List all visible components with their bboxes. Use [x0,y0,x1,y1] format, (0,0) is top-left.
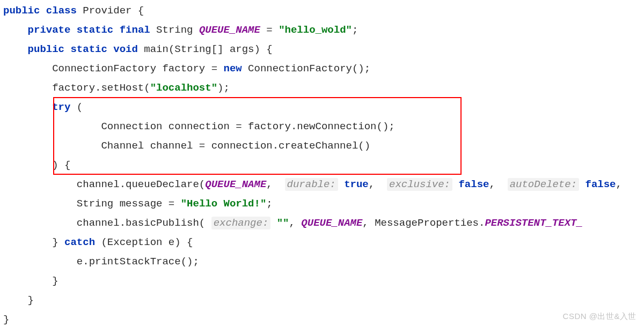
keyword: public [28,43,64,55]
code-line-5: factory.setHost("localhost"); [3,82,230,94]
code-line-16: } [3,294,34,306]
code-editor-view: public class Provider { private static f… [0,0,644,326]
code-line-9: ) { [3,159,70,171]
code-line-1: public class Provider { [3,5,144,17]
keyword: void [113,43,138,55]
code-line-17: } [3,314,9,325]
param-hint-exchange: exchange: [211,217,271,229]
keyword: true [344,179,369,190]
code-line-14: e.printStackTrace(); [3,256,199,268]
keyword: new [223,63,241,75]
keyword: try [52,101,70,113]
keyword: false [585,179,616,190]
code-line-10: channel.queueDeclare(QUEUE_NAME, durable… [3,178,622,191]
param-hint-autodelete: autoDelete: [508,178,579,191]
keyword: class [46,5,77,17]
string-literal: "" [277,217,289,229]
param-hint-durable: durable: [285,178,338,191]
code-line-8: Channel channel = connection.createChann… [3,140,370,152]
keyword: final [120,24,150,36]
code-line-3: public static void main(String[] args) { [3,43,273,55]
code-line-4: ConnectionFactory factory = new Connecti… [3,63,370,75]
string-literal: "localhost" [150,82,217,94]
code-line-13: } catch (Exception e) { [3,236,193,248]
highlight-rectangle [53,97,462,175]
keyword: catch [64,236,95,248]
keyword: private [28,24,71,36]
keyword: static [77,24,113,36]
code-line-12: channel.basicPublish( exchange: "", QUEU… [3,217,583,229]
keyword: static [70,43,107,55]
code-line-15: } [3,275,58,287]
keyword: public [3,5,40,17]
param-hint-exclusive: exclusive: [387,178,452,191]
code-line-6: try ( [3,101,83,113]
string-literal: "Hello World!" [181,198,267,210]
field-ref: PERSISTENT_TEXT_ [485,217,582,229]
field-ref: QUEUE_NAME [205,179,266,190]
code-line-11: String message = "Hello World!"; [3,198,273,210]
code-line-2: private static final String QUEUE_NAME =… [3,24,358,36]
keyword: false [458,179,489,190]
string-literal: "hello_wold" [279,24,352,36]
code-line-7: Connection connection = factory.newConne… [3,121,395,132]
field-ref: QUEUE_NAME [301,217,362,229]
field-name: QUEUE_NAME [199,24,260,36]
class-name: Provider [83,5,131,17]
